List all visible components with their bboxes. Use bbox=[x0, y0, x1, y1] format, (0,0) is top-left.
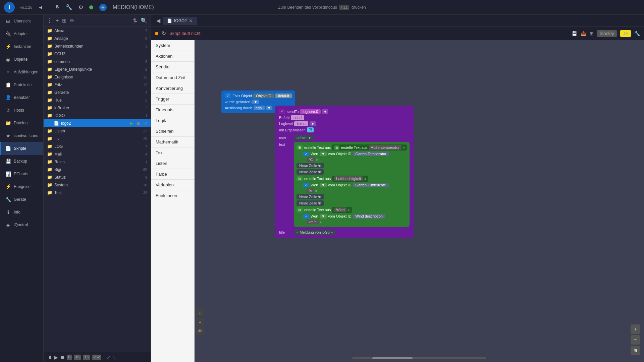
aussentemp-block[interactable]: ⊕ erstelle Text aus Außentemperatur » bbox=[332, 144, 407, 150]
ts-button[interactable]: TS bbox=[83, 355, 90, 360]
luft-block[interactable]: Luftfeuchtigkeit » bbox=[332, 176, 368, 182]
cat-sendto[interactable]: Sendto bbox=[151, 62, 194, 72]
canvas-area[interactable]: ✓ Falls Objekt Objekt ID default wurde g… bbox=[195, 40, 644, 362]
folder-add-icon[interactable]: ⊞ bbox=[62, 17, 66, 24]
ergebnissen-toggle[interactable]: ☑ bbox=[307, 127, 314, 132]
text-compose-block[interactable]: ⊕ erstelle Text aus ⊕ erstelle Text aus … bbox=[294, 142, 410, 227]
sidebar-item-info[interactable]: ℹ Info bbox=[0, 206, 43, 219]
cat-variablen[interactable]: Variablen bbox=[151, 180, 194, 190]
grid-icon[interactable]: ⊞ bbox=[590, 31, 594, 36]
js-button[interactable]: JS bbox=[74, 355, 81, 360]
cat-datumzeit[interactable]: Datum und Zeit bbox=[151, 72, 194, 83]
js-badge[interactable]: JS bbox=[620, 30, 631, 37]
tools-icon[interactable]: 🔧 bbox=[634, 31, 640, 36]
collapse-button[interactable]: ◀ bbox=[39, 5, 42, 10]
eye-icon[interactable]: 👁 bbox=[54, 4, 60, 10]
sidebar-item-geraete[interactable]: 🔧 Geräte bbox=[0, 193, 43, 206]
keins-dropdown[interactable]: ▼ bbox=[310, 121, 316, 126]
list-item[interactable]: 📁 Sigi 60 bbox=[44, 166, 151, 173]
block-button[interactable]: B bbox=[67, 355, 72, 360]
cat-system[interactable]: System bbox=[151, 40, 194, 51]
list-item[interactable]: 📁 Betriebsstunden 3 bbox=[44, 42, 151, 50]
play-button[interactable]: ▶ bbox=[130, 121, 133, 126]
gear-icon[interactable]: ⚙ bbox=[78, 4, 83, 10]
blockly-badge[interactable]: blockly bbox=[597, 30, 617, 37]
more-icon[interactable]: ⋮ bbox=[47, 17, 52, 24]
neue-zeile-3[interactable]: Neue Zeile \n bbox=[297, 194, 324, 199]
sidebar-item-echarts[interactable]: 📊 ECharts bbox=[0, 168, 43, 180]
changed-dropdown[interactable]: ▼ bbox=[252, 100, 259, 104]
cat-aktionen[interactable]: Aktionen bbox=[151, 51, 194, 62]
tab-close-button[interactable]: ✕ bbox=[189, 18, 193, 23]
neue-zeile-4[interactable]: Neue Zeile \n bbox=[297, 200, 324, 206]
zoom-out-button[interactable]: − bbox=[631, 335, 640, 345]
sidebar-item-objekte[interactable]: ◉ Objekte bbox=[0, 53, 43, 66]
wrench-icon[interactable]: 🔧 bbox=[66, 4, 72, 10]
num-button[interactable]: 262 bbox=[92, 355, 101, 360]
sidebar-item-instanzen[interactable]: ⚡ Instanzen bbox=[0, 40, 43, 53]
list-icon[interactable]: ≡ bbox=[196, 318, 204, 326]
import-icon[interactable]: 📥 bbox=[581, 31, 586, 36]
refresh-icon[interactable]: ↻ bbox=[162, 30, 166, 37]
sidebar-item-backup[interactable]: 💾 Backup bbox=[0, 155, 43, 168]
list-item-logo2[interactable]: 📄 logo2 ▶ 🗑 ⤢ bbox=[44, 119, 151, 127]
sendto-block[interactable]: ✓ sendTo iogopro.0 ▼ Befehl send Logleve… bbox=[275, 106, 414, 238]
list-item[interactable]: 📁 Ereignisse 12 bbox=[44, 73, 151, 81]
cat-schleifen[interactable]: Schleifen bbox=[151, 126, 194, 137]
zoom-reset-button[interactable]: ⊞ bbox=[631, 346, 640, 355]
eye-canvas-icon[interactable]: 👁 bbox=[196, 327, 204, 335]
collapse-icon[interactable]: ⤡ bbox=[112, 355, 116, 360]
sidebar-item-benutzer[interactable]: 👤 Benutzer bbox=[0, 91, 43, 104]
list-item[interactable]: 📁 LOG 7 bbox=[44, 142, 151, 150]
list-item[interactable]: 📁 common 3 bbox=[44, 58, 151, 65]
back-button[interactable]: ◀ bbox=[154, 17, 163, 24]
cat-logik[interactable]: Logik bbox=[151, 115, 194, 126]
wind-wert-dropdown[interactable]: ▼ bbox=[320, 214, 327, 219]
export-button[interactable]: ⤢ bbox=[144, 121, 147, 126]
cat-timeouts[interactable]: Timeouts bbox=[151, 105, 194, 115]
meldung-block[interactable]: « Meldung von ioGo » bbox=[294, 230, 335, 235]
cat-konvertierung[interactable]: Konvertierung bbox=[151, 83, 194, 94]
list-item[interactable]: 📁 Listen 27 bbox=[44, 127, 151, 135]
cat-trigger[interactable]: Trigger bbox=[151, 94, 194, 105]
list-item[interactable]: 📁 Geraete 4 bbox=[44, 88, 151, 96]
download-icon[interactable]: ↓ bbox=[196, 308, 204, 316]
sidebar-item-dateien[interactable]: 📁 Dateien bbox=[0, 117, 43, 129]
list-item[interactable]: 📁 IOGO 1 bbox=[44, 112, 151, 119]
zoom-in-button[interactable]: + bbox=[631, 324, 640, 334]
sidebar-item-adapter[interactable]: 🔌 Adapter bbox=[0, 27, 43, 40]
sidebar-item-ereignisse[interactable]: ⚡ Ereignise bbox=[0, 180, 43, 193]
cat-mathematik[interactable]: Mathematik bbox=[151, 137, 194, 147]
list-item[interactable]: 📁 Liv 20 bbox=[44, 135, 151, 142]
cat-funktionen[interactable]: Funktionen bbox=[151, 190, 194, 201]
list-item[interactable]: 📁 Rules 1 bbox=[44, 158, 151, 166]
list-item[interactable]: 📁 ioBroker 2 bbox=[44, 104, 151, 112]
expand-icon[interactable]: ⤢ bbox=[107, 355, 111, 360]
egal-dropdown[interactable]: ▼ bbox=[266, 106, 272, 110]
list-item[interactable]: 📁 Ansage 9 bbox=[44, 35, 151, 42]
add-icon[interactable]: + bbox=[56, 18, 59, 24]
sidebar-item-protokolle[interactable]: 📋 Protokolle bbox=[0, 78, 43, 91]
list-item[interactable]: 📁 Mail 4 bbox=[44, 150, 151, 158]
sort-icon[interactable]: ⇅ bbox=[133, 17, 137, 24]
sidebar-item-skripte[interactable]: 📄 Skripte bbox=[0, 142, 43, 155]
neue-zeile-2[interactable]: Neue Zeile \n bbox=[297, 169, 324, 175]
list-item[interactable]: 📁 Alexa 7 bbox=[44, 27, 151, 35]
sidebar-item-iqontrol[interactable]: ◈ iQontrol bbox=[0, 219, 43, 231]
neue-zeile-1[interactable]: Neue Zeile \n bbox=[297, 163, 324, 168]
horizontal-scrollbar[interactable] bbox=[352, 357, 486, 359]
sidebar-item-uebersicht[interactable]: ⊞ Übersicht bbox=[0, 15, 43, 27]
list-item[interactable]: 📁 Hue 5 bbox=[44, 96, 151, 104]
delete-button[interactable]: 🗑 bbox=[137, 121, 141, 126]
stop-button[interactable]: ⏹ bbox=[60, 355, 65, 360]
luft-wert-dropdown[interactable]: ▼ bbox=[320, 183, 327, 187]
list-item[interactable]: 📁 Fritz 12 bbox=[44, 81, 151, 88]
list-item[interactable]: 📁 Status 9 bbox=[44, 173, 151, 181]
blockly-tab[interactable]: 📄 IOGO2 ✕ bbox=[163, 17, 197, 25]
list-item[interactable]: 📁 CCU3 bbox=[44, 50, 151, 58]
cat-text[interactable]: Text bbox=[151, 147, 194, 158]
sidebar-item-icontwo[interactable]: ★ icontwo Icons bbox=[0, 129, 43, 142]
host-name[interactable]: MEDION(HOME) bbox=[113, 4, 154, 10]
save-icon[interactable]: 💾 bbox=[572, 31, 577, 36]
sidebar-item-hosts[interactable]: 🖥 Hosts bbox=[0, 104, 43, 117]
